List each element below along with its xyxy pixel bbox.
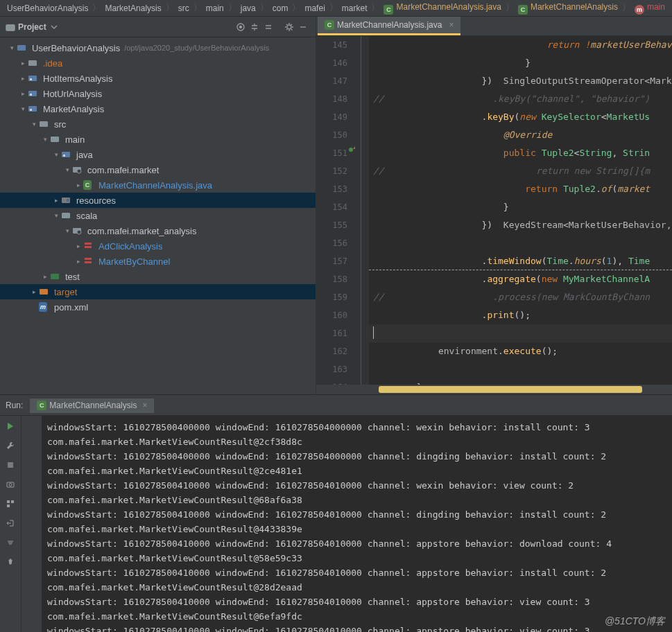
project-label[interactable]: Project [18,22,46,32]
fold-gutter[interactable] [355,306,369,324]
line-number[interactable]: 153 [316,180,355,198]
tree-row[interactable]: ▸CMarketChannelAnalysis.java [0,177,316,193]
fold-gutter[interactable] [355,90,369,108]
breadcrumb-item[interactable]: market [341,3,369,13]
line-number[interactable]: 155 [316,216,355,234]
expand-arrow-icon[interactable]: ▾ [62,227,72,234]
tree-row[interactable]: ▾src [0,116,316,132]
breadcrumb-item[interactable]: java [239,3,257,13]
expand-arrow-icon[interactable]: ▸ [18,60,28,67]
expand-arrow-icon[interactable]: ▸ [18,75,28,82]
code-line[interactable]: }) SingleOutputStreamOperator<MarketU [369,72,672,90]
tree-row[interactable]: ▸resources [0,193,316,208]
editor-tab[interactable]: C MarketChannelAnalysis.java × [318,17,460,35]
line-number[interactable]: 161 [316,324,355,342]
code-line[interactable] [369,360,672,378]
line-number[interactable]: 164 [316,378,355,385]
console-output[interactable]: windowsStart: 1610278500400000 windowEnd… [42,416,672,632]
code-line[interactable]: } [369,378,672,385]
tree-row[interactable]: ▾UserBehaviorAnalysis/opt/java2020_study… [0,40,316,55]
line-number[interactable]: 148 [316,90,355,108]
code-line[interactable]: @Override [369,126,672,144]
tree-row[interactable]: ▸AdClickAnalysis [0,238,316,254]
expand-arrow-icon[interactable]: ▾ [51,212,61,219]
breadcrumb-item[interactable]: mafei [303,3,326,13]
wrench-icon[interactable] [4,439,17,452]
breadcrumb-item[interactable]: src [177,3,191,13]
code-line[interactable]: } [369,54,672,72]
line-number[interactable]: 156 [316,234,355,252]
layout-icon[interactable] [4,498,17,510]
code-line[interactable]: // return new String[]{m [369,162,672,180]
fold-gutter[interactable] [355,198,369,216]
code-line[interactable] [369,234,672,252]
line-number[interactable]: 145 [316,36,355,54]
run-tab[interactable]: C MarketChannelAnalysis × [30,398,154,413]
expand-arrow-icon[interactable]: ▸ [51,197,61,204]
breadcrumb-item[interactable]: CMarketChannelAnalysis [517,2,619,15]
exit-icon[interactable] [4,517,17,529]
line-number[interactable]: 160 [316,306,355,324]
code-line[interactable]: } [369,198,672,216]
expand-arrow-icon[interactable]: ▾ [7,44,17,51]
fold-gutter[interactable] [355,54,369,72]
horizontal-scrollbar[interactable] [316,385,672,394]
tree-row[interactable]: ▾scala [0,208,316,223]
expand-arrow-icon[interactable]: ▾ [40,136,50,143]
collapse-all-icon[interactable] [261,20,275,34]
code-line[interactable]: return Tuple2.of(market [369,180,672,198]
rerun-icon[interactable] [4,420,17,432]
fold-gutter[interactable] [355,126,369,144]
fold-gutter[interactable] [355,36,369,54]
fold-gutter[interactable] [355,180,369,198]
expand-arrow-icon[interactable]: ▸ [18,90,28,97]
tree-row[interactable]: ▸test [0,269,316,284]
line-number[interactable]: 154 [316,198,355,216]
fold-gutter[interactable] [355,288,369,306]
line-number[interactable]: 159 [316,288,355,306]
line-number[interactable]: 151 [316,144,355,162]
fold-gutter[interactable] [355,108,369,126]
tree-row[interactable]: ▸MarketByChannel [0,254,316,269]
close-icon[interactable]: × [142,401,147,410]
code-line[interactable]: // .keyBy("channel", "behavior") [369,90,672,108]
line-number[interactable]: 162 [316,342,355,360]
fold-gutter[interactable] [355,324,369,342]
tree-row[interactable]: ▾com.mafei.market_analysis [0,223,316,238]
expand-arrow-icon[interactable]: ▾ [18,105,28,112]
fold-gutter[interactable] [355,378,369,385]
expand-arrow-icon[interactable]: ▸ [74,258,83,265]
fold-gutter[interactable] [355,234,369,252]
code-line[interactable] [369,324,672,342]
tree-row[interactable]: ▾MarketAnalysis [0,101,316,116]
tree-row[interactable]: ▸.idea [0,55,316,71]
code-line[interactable]: .aggregate(new MyMarketChannelA [369,270,672,288]
fold-gutter[interactable] [355,270,369,288]
gear-icon[interactable] [282,20,296,34]
code-line[interactable]: return !marketUserBehav [369,36,672,54]
expand-arrow-icon[interactable]: ▾ [29,121,39,128]
breadcrumb-item[interactable]: com [271,3,290,13]
tree-row[interactable]: mpom.xml [0,299,316,315]
camera-icon[interactable] [4,478,17,491]
filter-icon[interactable] [4,536,17,549]
line-number[interactable]: 152 [316,162,355,180]
code-line[interactable]: .print(); [369,306,672,324]
tree-row[interactable]: ▾main [0,132,316,147]
fold-gutter[interactable] [355,144,369,162]
expand-arrow-icon[interactable]: ▸ [40,273,50,280]
line-number[interactable]: 146 [316,54,355,72]
fold-gutter[interactable] [355,342,369,360]
fold-gutter[interactable] [355,72,369,90]
expand-arrow-icon[interactable]: ▸ [29,288,39,295]
breadcrumb-item[interactable]: CMarketChannelAnalysis.java [382,2,502,15]
tree-row[interactable]: ▸HotItemsAnalysis [0,71,316,86]
code-line[interactable]: .keyBy(new KeySelector<MarketUs [369,108,672,126]
fold-gutter[interactable] [355,216,369,234]
breadcrumb-item[interactable]: UserBehaviorAnalysis [6,3,89,13]
fold-gutter[interactable] [355,162,369,180]
code-editor[interactable]: 145 return !marketUserBehav146 }147 }) S… [316,36,672,385]
line-number[interactable]: 150 [316,126,355,144]
expand-arrow-icon[interactable]: ▸ [74,182,83,188]
expand-arrow-icon[interactable]: ▸ [74,243,83,249]
